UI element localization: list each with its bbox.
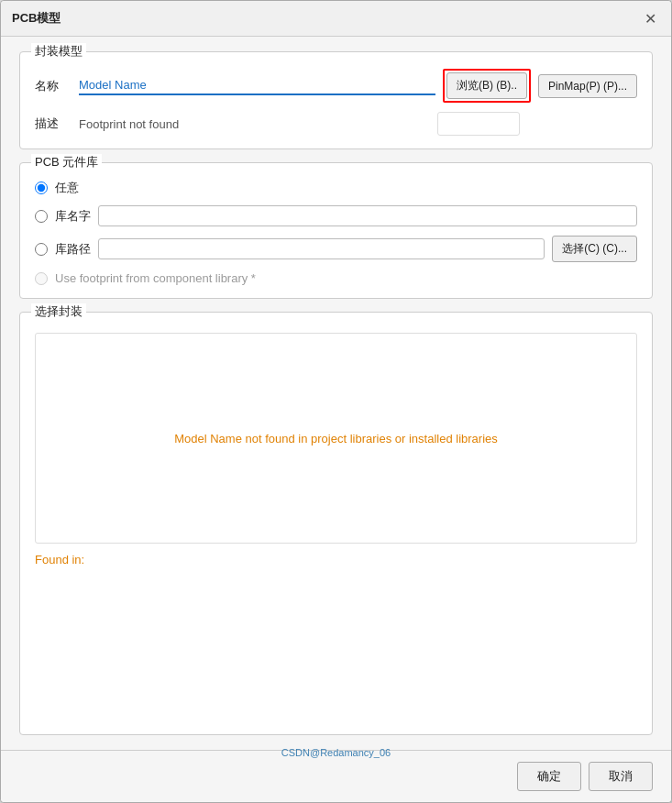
ok-button[interactable]: 确定 [517,762,581,791]
radio-libpath[interactable] [35,243,48,256]
radio-use-row: Use footprint from component library * [35,271,637,285]
browse-btn-highlight: 浏览(B) (B).. [443,69,531,103]
found-in-label: Found in: [35,553,84,566]
desc-input[interactable] [79,116,430,133]
radio-any-label[interactable]: 任意 [55,180,79,196]
select-path-button[interactable]: 选择(C) (C)... [552,236,637,262]
cancel-button[interactable]: 取消 [589,762,653,791]
pinmap-button[interactable]: PinMap(P) (P)... [538,74,637,98]
dialog-title: PCB模型 [12,10,61,27]
not-found-message: Model Name not found in project librarie… [174,432,498,446]
radio-libname[interactable] [35,210,48,223]
libpath-input[interactable] [98,238,545,259]
name-label: 名称 [35,78,72,94]
name-field-row: 名称 浏览(B) (B).. PinMap(P) (P)... [35,69,637,103]
radio-any-row: 任意 [35,180,637,196]
name-input[interactable] [79,76,435,95]
radio-libname-label[interactable]: 库名字 [55,208,91,225]
found-in-row: Found in: [35,553,637,566]
radio-libpath-row: 库路径 选择(C) (C)... [35,236,637,262]
desc-field-row: 描述 [35,112,637,136]
radio-any[interactable] [35,182,48,194]
title-bar: PCB模型 ✕ [1,1,671,37]
radio-libname-row: 库名字 [35,205,637,226]
package-list-area: Model Name not found in project librarie… [35,333,637,544]
desc-label: 描述 [35,116,72,132]
packaging-section-title: 封装模型 [31,43,86,60]
dialog-footer: 确定 取消 [1,750,671,802]
close-button[interactable]: ✕ [640,8,660,28]
pcb-library-title: PCB 元件库 [31,154,102,170]
dialog-body: 封装模型 名称 浏览(B) (B).. PinMap(P) (P)... 描述 … [1,37,671,750]
browse-button[interactable]: 浏览(B) (B).. [446,72,527,99]
radio-use-footprint [35,272,48,285]
pcb-model-dialog: PCB模型 ✕ 封装模型 名称 浏览(B) (B).. PinMap(P) (P… [0,0,672,803]
desc-right-area [437,112,520,136]
libname-input[interactable] [98,205,637,226]
radio-use-label: Use footprint from component library * [55,271,256,285]
radio-libpath-label[interactable]: 库路径 [55,241,91,258]
select-package-title: 选择封装 [31,303,86,320]
pcb-library-section: PCB 元件库 任意 库名字 库路径 选择(C) (C)... [19,162,653,299]
packaging-section: 封装模型 名称 浏览(B) (B).. PinMap(P) (P)... 描述 [19,51,653,149]
select-package-section: 选择封装 Model Name not found in project lib… [19,312,653,735]
